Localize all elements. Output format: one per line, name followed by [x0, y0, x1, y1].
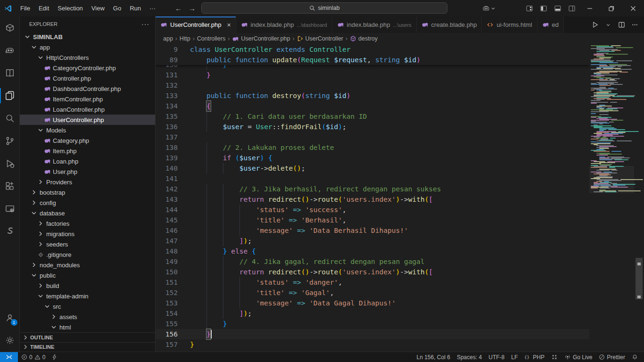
tree-item-providers[interactable]: Providers — [20, 177, 155, 187]
menu-file[interactable]: File — [16, 2, 34, 15]
tree-item-src[interactable]: src — [20, 301, 155, 312]
tree-item--gitignore[interactable]: .gitignore — [20, 249, 155, 260]
source-control-activity-button[interactable] — [0, 130, 20, 152]
chevron-down-button[interactable] — [603, 19, 614, 31]
menu-go[interactable]: Go — [109, 2, 125, 15]
code-line-149[interactable]: 149// 4. Jika gagal, redirect dengan pes… — [156, 256, 589, 267]
docs-activity-button[interactable] — [0, 62, 20, 84]
code-line-157[interactable]: 157} — [156, 339, 589, 350]
customize-layout-button[interactable] — [522, 2, 537, 15]
status-language-mode[interactable]: {}PHP — [521, 352, 548, 362]
tree-item-siminlab[interactable]: SIMINLAB — [20, 32, 155, 42]
code-line-137[interactable]: 137 — [156, 132, 589, 142]
breadcrumb-item-usercontroller[interactable]: UserController — [297, 35, 343, 42]
status-ports[interactable] — [548, 352, 561, 362]
menu-edit[interactable]: Edit — [34, 2, 53, 15]
more-actions-button[interactable] — [629, 19, 640, 31]
ai-assistant-activity-button[interactable] — [0, 39, 20, 62]
code-line-140[interactable]: 140$user->delete(); — [156, 163, 589, 173]
copilot-control[interactable] — [482, 4, 496, 13]
code-line-147[interactable]: 147]); — [156, 236, 589, 246]
code-line-131[interactable]: 131} — [156, 70, 589, 80]
code-line-89[interactable]: 89public function update(Request $reques… — [156, 55, 589, 65]
code-line-141[interactable]: 141 — [156, 173, 589, 184]
snippets-activity-button[interactable] — [0, 220, 20, 243]
search-activity-button[interactable] — [0, 107, 20, 130]
explorer-more-actions-icon[interactable]: ··· — [141, 20, 149, 28]
toggle-sidebar-right-button[interactable] — [565, 2, 579, 15]
breadcrumb-item-usercontroller-php[interactable]: UserController.php — [232, 35, 290, 42]
breadcrumb-item-app[interactable]: app — [163, 35, 173, 42]
code-line-134[interactable]: 134{ — [156, 101, 589, 111]
status-prettier[interactable]: Prettier — [595, 352, 628, 362]
code-line-142[interactable]: 142// 3. Jika berhasil, redirect dengan … — [156, 184, 589, 194]
tree-item-categorycontroller-php[interactable]: CategoryController.php — [20, 63, 155, 73]
minimize-button[interactable] — [579, 0, 601, 16]
minimap-viewport[interactable] — [589, 166, 634, 193]
split-editor-button[interactable] — [616, 19, 627, 31]
tree-item-models[interactable]: Models — [20, 125, 155, 135]
code-line-132[interactable]: 132 — [156, 80, 589, 90]
status-go-live[interactable]: Go Live — [561, 352, 595, 362]
minimap[interactable] — [589, 44, 634, 352]
tab-ed[interactable]: ed — [537, 16, 564, 33]
timeline-section[interactable]: TIMELINE — [20, 342, 155, 352]
tree-item-category-php[interactable]: Category.php — [20, 135, 155, 146]
code-line-153[interactable]: 153'message' => 'Data Gagal Dihapus!' — [156, 298, 589, 308]
code-editor[interactable]: 9class UserController extends Controller… — [156, 44, 644, 352]
status-cursor-position[interactable]: Ln 156, Col 6 — [413, 352, 453, 362]
nav-back-icon[interactable]: ← — [175, 4, 182, 12]
tree-item-migrations[interactable]: migrations — [20, 229, 155, 239]
tree-item-loan-php[interactable]: Loan.php — [20, 156, 155, 166]
tree-item-controller-php[interactable]: Controller.php — [20, 73, 155, 83]
code-line-143[interactable]: 143return redirect()->route('users.index… — [156, 194, 589, 205]
code-line-135[interactable]: 135// 1. Cari data user berdasarkan ID — [156, 111, 589, 122]
tree-item-build[interactable]: build — [20, 280, 155, 291]
menu-run[interactable]: Run — [125, 2, 145, 15]
tab-create-blade-php[interactable]: create.blade.php — [417, 16, 482, 33]
tree-item-template-admin[interactable]: template-admin — [20, 291, 155, 301]
status-eol[interactable]: LF — [508, 352, 521, 362]
vertical-scrollbar[interactable] — [634, 44, 644, 352]
status-encoding[interactable]: UTF-8 — [485, 352, 508, 362]
code-line-155[interactable]: 155} — [156, 319, 589, 329]
tree-item-database[interactable]: database — [20, 208, 155, 218]
breadcrumb-item-destroy[interactable]: destroy — [350, 35, 378, 42]
tab-index-blade-php[interactable]: index.blade.php...\dashboard — [236, 16, 332, 33]
toggle-sidebar-left-button[interactable] — [537, 2, 551, 15]
code-line-146[interactable]: 146'message' => 'Data Berhasil Dihapus!' — [156, 225, 589, 236]
run-debug-activity-button[interactable] — [0, 152, 20, 175]
tree-item-itemcontroller-php[interactable]: ItemController.php — [20, 94, 155, 104]
code-line-154[interactable]: 154]); — [156, 308, 589, 319]
code-line-139[interactable]: 139if ($user) { — [156, 153, 589, 163]
remote-indicator[interactable] — [0, 352, 18, 362]
tab-index-blade-php[interactable]: index.blade.php...\users — [332, 16, 417, 33]
tree-item-assets[interactable]: assets — [20, 312, 155, 322]
menu-moremoremore[interactable]: ··· — [145, 2, 160, 15]
breadcrumb-item-controllers[interactable]: Controllers — [197, 35, 225, 42]
tree-item-config[interactable]: config — [20, 197, 155, 208]
tree-item-usercontroller-php[interactable]: UserController.php — [20, 115, 155, 125]
status-indentation[interactable]: Spaces: 4 — [454, 352, 485, 362]
tree-item-bootstrap[interactable]: bootstrap — [20, 187, 155, 197]
tree-item-dashboardcontroller-php[interactable]: DashboardController.php — [20, 83, 155, 94]
tree-item-factories[interactable]: factories — [20, 218, 155, 229]
tree-item-app[interactable]: app — [20, 42, 155, 52]
code-line-151[interactable]: 151'status' => 'danger', — [156, 277, 589, 288]
live-preview-activity-button[interactable] — [0, 197, 20, 220]
extensions-activity-button[interactable] — [0, 175, 20, 197]
explorer-activity-button[interactable] — [0, 84, 20, 107]
breadcrumb-item-http[interactable]: Http — [180, 35, 190, 42]
tree-item-public[interactable]: public — [20, 270, 155, 280]
code-line-145[interactable]: 145'title' => 'Berhasil', — [156, 215, 589, 225]
code-line-136[interactable]: 136$user = User::findOrFail($id); — [156, 122, 589, 132]
code-line-156[interactable]: 156} — [156, 329, 589, 339]
close-button[interactable] — [622, 0, 644, 16]
problems-indicator[interactable]: 00 — [18, 352, 49, 362]
run-button[interactable] — [589, 19, 601, 31]
nav-forward-icon[interactable]: → — [189, 4, 196, 12]
settings-gear-button[interactable] — [0, 329, 20, 352]
code-line-148[interactable]: 148} else { — [156, 246, 589, 256]
menu-selection[interactable]: Selection — [53, 2, 87, 15]
tree-item-user-php[interactable]: User.php — [20, 166, 155, 177]
